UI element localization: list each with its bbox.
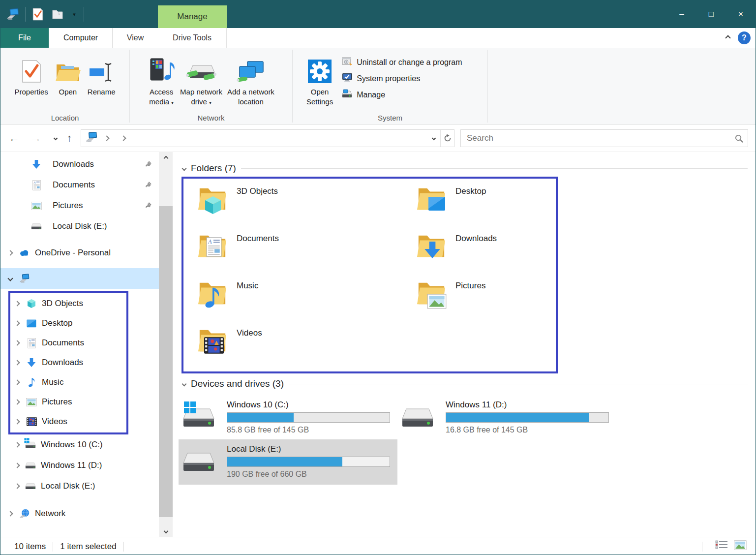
expand-chevron-icon[interactable]	[14, 379, 20, 385]
pin-icon	[145, 202, 152, 212]
manage-button[interactable]: Manage	[342, 89, 462, 101]
minimize-button[interactable]: –	[667, 0, 696, 28]
drive-tile-local-disk-e[interactable]: Local Disk (E:) 190 GB free of 660 GB	[179, 439, 397, 485]
group-label-system: System	[293, 114, 487, 122]
expand-chevron-icon[interactable]	[14, 301, 20, 306]
tab-file[interactable]: File	[0, 28, 49, 48]
expand-chevron-icon[interactable]	[7, 511, 13, 516]
breadcrumb-chevron-icon[interactable]	[104, 135, 109, 141]
rename-button[interactable]: Rename	[88, 51, 116, 124]
sidebar-item-local-disk-e[interactable]: Local Disk (E:)	[0, 216, 159, 237]
collapse-chevron-icon[interactable]	[182, 381, 187, 386]
sidebar-item-onedrive[interactable]: OneDrive - Personal	[0, 243, 159, 263]
sidebar-item-label: Network	[35, 509, 65, 519]
collapse-chevron-icon[interactable]	[7, 276, 13, 281]
back-button[interactable]: ←	[6, 130, 22, 146]
folder-tile-pictures[interactable]: Pictures	[416, 278, 556, 325]
new-folder-quick-button[interactable]	[50, 7, 65, 22]
sidebar-item-pictures[interactable]: Pictures	[10, 392, 126, 412]
sidebar-item-downloads[interactable]: Downloads	[10, 353, 126, 372]
tab-view[interactable]: View	[113, 28, 158, 48]
refresh-button[interactable]	[440, 130, 454, 147]
scroll-up-button[interactable]	[159, 152, 173, 164]
sidebar-item-label: Local Disk (E:)	[41, 481, 95, 491]
folder-tile-videos[interactable]: Videos	[197, 325, 416, 372]
drive-usage-bar	[227, 412, 390, 423]
sidebar-item-pictures[interactable]: Pictures	[0, 195, 159, 216]
sidebar-item-local-disk-e[interactable]: Local Disk (E:)	[0, 476, 159, 496]
scroll-down-button[interactable]	[159, 525, 173, 537]
rename-icon	[89, 56, 114, 83]
folder-tile-documents[interactable]: Documents	[197, 231, 416, 278]
folder-tile-music[interactable]: Music	[197, 278, 416, 325]
folders-section-header[interactable]: Folders (7)	[182, 163, 748, 174]
expand-chevron-icon[interactable]	[14, 462, 20, 468]
open-button[interactable]: Open	[55, 51, 81, 124]
tab-drive-tools[interactable]: Drive Tools	[158, 28, 227, 48]
drive-tile-windows-10-c[interactable]: Windows 10 (C:) 85.8 GB free of 145 GB	[179, 397, 397, 434]
search-input[interactable]	[461, 133, 730, 143]
expand-chevron-icon[interactable]	[14, 360, 20, 365]
folders-section-title: Folders (7)	[191, 163, 236, 174]
minimize-ribbon-icon[interactable]	[725, 35, 730, 40]
expand-chevron-icon[interactable]	[14, 442, 20, 447]
folder-tile-downloads[interactable]: Downloads	[416, 231, 556, 278]
this-pc-icon	[5, 7, 20, 22]
expand-chevron-icon[interactable]	[14, 399, 20, 404]
search-box[interactable]	[460, 129, 748, 147]
open-settings-label-1: Open	[311, 88, 329, 96]
rename-label: Rename	[88, 87, 116, 97]
sidebar-item-network[interactable]: Network	[0, 503, 159, 524]
address-bar[interactable]	[81, 129, 454, 147]
drive-icon	[25, 481, 36, 492]
sidebar-item-documents[interactable]: Documents	[10, 333, 126, 353]
drive-icon	[25, 460, 36, 471]
sidebar-scrollbar[interactable]	[159, 152, 173, 537]
devices-section-header[interactable]: Devices and drives (3)	[182, 378, 748, 389]
thumbnail-view-button[interactable]	[734, 540, 747, 553]
expand-chevron-icon[interactable]	[14, 320, 20, 326]
close-button[interactable]: ×	[726, 0, 756, 28]
sidebar-item-label: Windows 11 (D:)	[41, 461, 102, 470]
sidebar-item-desktop[interactable]: Desktop	[10, 313, 126, 333]
folder-tile-3d-objects[interactable]: 3D Objects	[197, 184, 416, 231]
folder-tile-desktop[interactable]: Desktop	[416, 184, 556, 231]
expand-chevron-icon[interactable]	[14, 340, 20, 345]
this-pc-breadcrumb-icon[interactable]	[85, 132, 98, 145]
collapse-chevron-icon[interactable]	[182, 166, 187, 171]
up-button[interactable]: ↑	[61, 130, 77, 146]
expand-chevron-icon[interactable]	[14, 483, 20, 489]
properties-quick-button[interactable]	[30, 7, 45, 22]
map-network-drive-button[interactable]: Map network drive ▾	[180, 51, 222, 124]
manage-contextual-tab[interactable]: Manage	[158, 5, 227, 28]
sidebar-item-music[interactable]: Music	[10, 372, 126, 392]
help-button[interactable]: ?	[738, 31, 751, 44]
customize-quick-access-dropdown[interactable]: ▾	[70, 11, 79, 18]
details-view-button[interactable]	[715, 540, 728, 553]
system-properties-button[interactable]: System properties	[342, 73, 462, 85]
scrollbar-thumb[interactable]	[159, 206, 173, 517]
uninstall-program-button[interactable]: Uninstall or change a program	[342, 57, 462, 68]
expand-chevron-icon[interactable]	[7, 250, 13, 255]
sidebar-item-windows-10-c[interactable]: Windows 10 (C:)	[0, 434, 159, 455]
address-dropdown-button[interactable]	[427, 130, 440, 147]
search-icon[interactable]	[730, 134, 748, 143]
access-media-button[interactable]: Access media ▾	[148, 51, 175, 124]
devices-section-title: Devices and drives (3)	[191, 378, 284, 389]
sidebar-item-documents[interactable]: Documents	[0, 175, 159, 195]
properties-button[interactable]: Properties	[14, 51, 48, 124]
forward-button[interactable]: →	[28, 130, 44, 146]
breadcrumb-chevron-icon[interactable]	[121, 135, 126, 141]
expand-chevron-icon[interactable]	[14, 419, 20, 424]
tab-computer[interactable]: Computer	[49, 28, 113, 48]
sidebar-item-videos[interactable]: Videos	[10, 412, 126, 432]
open-settings-button[interactable]: Open Settings	[306, 51, 333, 124]
add-network-location-button[interactable]: Add a network location	[227, 51, 274, 124]
sidebar-item-windows-11-d[interactable]: Windows 11 (D:)	[0, 455, 159, 476]
sidebar-item-3d-objects[interactable]: 3D Objects	[10, 294, 126, 313]
sidebar-item-downloads[interactable]: Downloads	[0, 154, 159, 175]
maximize-button[interactable]: □	[696, 0, 726, 28]
sidebar-item-this-pc[interactable]	[0, 268, 159, 289]
group-label-network: Network	[130, 114, 292, 122]
drive-tile-windows-11-d[interactable]: Windows 11 (D:) 16.8 GB free of 145 GB	[397, 397, 616, 434]
